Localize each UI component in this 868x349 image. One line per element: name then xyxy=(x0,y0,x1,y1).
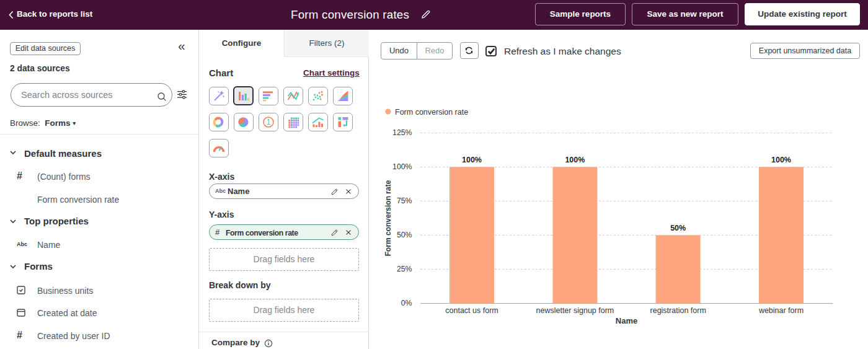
svg-text:Form conversion rate: Form conversion rate xyxy=(384,180,392,256)
svg-text:75%: 75% xyxy=(397,197,412,205)
svg-text:Name: Name xyxy=(616,316,637,325)
svg-text:50%: 50% xyxy=(397,231,412,239)
svg-text:0%: 0% xyxy=(401,299,412,307)
svg-text:50%: 50% xyxy=(670,224,686,232)
svg-text:100%: 100% xyxy=(392,162,412,171)
svg-text:newsletter signup form: newsletter signup form xyxy=(536,306,614,315)
svg-text:Form conversion rate: Form conversion rate xyxy=(395,108,468,117)
svg-text:125%: 125% xyxy=(392,128,412,137)
svg-text:1: 1 xyxy=(267,118,271,126)
svg-text:25%: 25% xyxy=(397,265,412,273)
svg-text:100%: 100% xyxy=(565,156,585,164)
svg-text:contact us form: contact us form xyxy=(445,306,498,315)
svg-text:100%: 100% xyxy=(462,156,482,164)
svg-text:registration form: registration form xyxy=(650,306,706,315)
svg-text:100%: 100% xyxy=(771,156,791,164)
svg-text:webinar form: webinar form xyxy=(758,306,804,315)
